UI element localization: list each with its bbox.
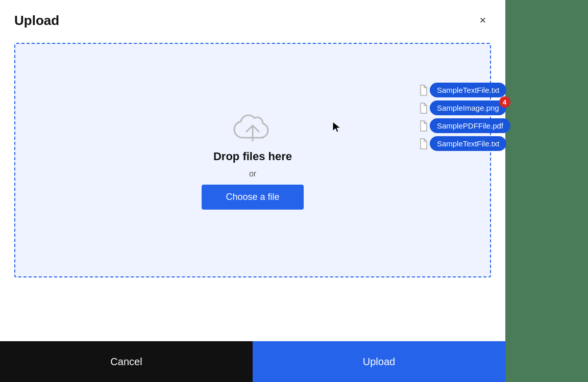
dialog-title: Upload	[14, 13, 59, 29]
upload-dialog: Upload × Drop files here or Choose a fil…	[0, 0, 505, 382]
file-suggestions-list: SampleTextFile.txt SampleImage.png 4	[419, 83, 510, 151]
file-label-3[interactable]: SamplePDFFile.pdf	[430, 118, 510, 133]
drop-zone[interactable]: Drop files here or Choose a file	[14, 43, 491, 277]
close-icon: ×	[480, 14, 486, 27]
file-icon-3	[419, 120, 428, 132]
cursor-indicator	[332, 121, 342, 133]
file-icon-1	[419, 85, 428, 96]
file-label-2[interactable]: SampleImage.png 4	[430, 100, 506, 115]
cancel-button[interactable]: Cancel	[0, 341, 253, 382]
dialog-footer: Cancel Upload	[0, 341, 505, 382]
file-item-3[interactable]: SamplePDFFile.pdf	[419, 118, 510, 133]
file-icon-4	[419, 138, 428, 149]
or-text: or	[249, 169, 256, 179]
dialog-header: Upload ×	[0, 0, 505, 37]
file-label-1[interactable]: SampleTextFile.txt	[430, 83, 507, 97]
background-panel	[505, 0, 588, 382]
file-label-4[interactable]: SampleTextFile.txt	[430, 136, 507, 151]
file-count-badge: 4	[499, 96, 510, 108]
dialog-body: Drop files here or Choose a file SampleT…	[0, 37, 505, 341]
cloud-upload-icon	[232, 111, 273, 144]
file-item-4[interactable]: SampleTextFile.txt	[419, 136, 510, 151]
choose-file-button[interactable]: Choose a file	[202, 185, 304, 210]
upload-button[interactable]: Upload	[253, 341, 505, 382]
file-item-2[interactable]: SampleImage.png 4	[419, 100, 510, 115]
drop-text: Drop files here	[213, 150, 292, 163]
file-item-1[interactable]: SampleTextFile.txt	[419, 83, 510, 97]
file-icon-2	[419, 103, 428, 114]
close-button[interactable]: ×	[475, 12, 491, 29]
